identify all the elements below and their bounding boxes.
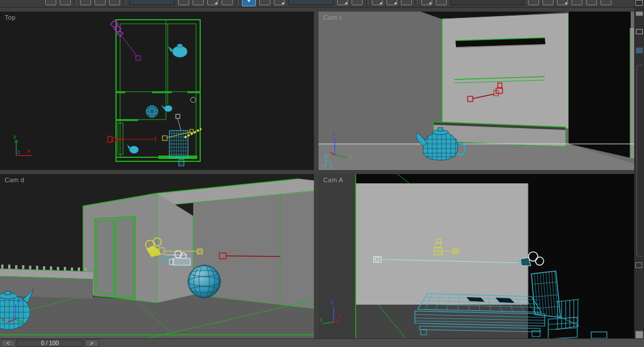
- redo-icon[interactable]: [60, 0, 71, 5]
- application-window: Top: [0, 0, 644, 347]
- time-slider-track[interactable]: < 0 / 100 >: [0, 338, 644, 347]
- reference-coordinate-combo[interactable]: [288, 0, 334, 5]
- angle-snap-icon[interactable]: [386, 0, 397, 5]
- render-setup-icon[interactable]: [571, 0, 583, 5]
- panel-icon-fragment: [636, 29, 643, 34]
- room-plan-walls: [116, 20, 200, 161]
- use-pivot-center-icon[interactable]: [337, 0, 348, 5]
- teapot-lower-left[interactable]: [127, 144, 139, 154]
- main-toolbar: [0, 0, 644, 8]
- viewport-cam-c-label[interactable]: Cam c: [323, 14, 342, 21]
- viewport-top[interactable]: Top: [0, 12, 314, 170]
- select-object-icon[interactable]: [178, 0, 189, 5]
- axis-x-label: x: [338, 314, 341, 320]
- render-production-icon[interactable]: [600, 0, 612, 5]
- rendered-frame-icon[interactable]: [586, 0, 597, 5]
- axis-y-label: y: [13, 133, 17, 139]
- material-editor-icon[interactable]: [557, 0, 568, 5]
- align-icon[interactable]: [436, 0, 447, 5]
- sliding-door[interactable]: [95, 216, 135, 299]
- next-frame-button[interactable]: >: [85, 339, 99, 347]
- axis-z-label: z: [332, 131, 335, 137]
- curve-editor-icon[interactable]: [528, 0, 539, 5]
- axis-z-label: z: [17, 149, 20, 155]
- snap-toggle-icon[interactable]: [372, 0, 383, 5]
- selection-filter-combo[interactable]: [129, 0, 175, 5]
- window-crossing-icon[interactable]: [222, 0, 233, 5]
- selection-region-icon[interactable]: [207, 0, 218, 5]
- toolbar-separator: [366, 0, 368, 5]
- axis-tripod: y x z: [13, 133, 32, 156]
- toolbar-separator: [236, 0, 238, 5]
- axis-x-label: x: [27, 148, 31, 154]
- named-selection-sets-combo[interactable]: [450, 0, 524, 5]
- mirror-icon[interactable]: [421, 0, 432, 5]
- select-and-manipulate-icon[interactable]: [352, 0, 363, 5]
- schematic-view-icon[interactable]: [542, 0, 553, 5]
- sphere-top-view[interactable]: [146, 106, 158, 117]
- select-and-link-icon[interactable]: [80, 0, 91, 5]
- room-structure: [319, 174, 634, 338]
- panel-highlight-fragment: [636, 48, 643, 53]
- rollout-border-fragment: [636, 65, 643, 256]
- teapot-mid[interactable]: [161, 105, 172, 112]
- bind-to-space-warp-icon[interactable]: [109, 0, 120, 5]
- percent-snap-icon[interactable]: [401, 0, 412, 5]
- undo-icon[interactable]: [45, 0, 56, 5]
- light-helper[interactable]: [191, 97, 196, 103]
- sphere[interactable]: [188, 265, 220, 298]
- viewport-top-label[interactable]: Top: [5, 14, 16, 21]
- ladder-top-view[interactable]: [179, 160, 184, 166]
- camera-red-top[interactable]: [108, 136, 155, 142]
- camera-purple-top[interactable]: [111, 20, 140, 60]
- time-slider-handle[interactable]: 0 / 100: [16, 339, 84, 347]
- toolbar-separator: [74, 0, 77, 5]
- panel-fragment: [636, 12, 643, 16]
- command-panel-sliver: [634, 0, 644, 347]
- previous-frame-button[interactable]: <: [1, 339, 15, 347]
- rollout-notch: [635, 262, 642, 268]
- select-by-name-icon[interactable]: [193, 0, 204, 5]
- room-structure: [319, 12, 634, 170]
- axis-z-label: z: [17, 298, 20, 303]
- unlink-selection-icon[interactable]: [95, 0, 106, 5]
- axis-z-label: z: [331, 299, 334, 305]
- teapot-top-right[interactable]: [168, 44, 187, 57]
- axis-y-label: y: [320, 316, 323, 322]
- axis-x-label: x: [2, 317, 5, 323]
- helper-square[interactable]: [176, 114, 181, 131]
- viewport-cam-a-label[interactable]: Cam A: [323, 176, 343, 183]
- axis-y-label: y: [349, 153, 352, 159]
- viewport-cam-d-label[interactable]: Cam d: [5, 176, 24, 183]
- viewport-cam-c[interactable]: Cam c: [319, 12, 634, 170]
- select-and-move-icon[interactable]: [242, 0, 256, 6]
- viewport-cam-a[interactable]: Cam A: [319, 174, 634, 338]
- toolbar-fragment: [635, 0, 643, 6]
- viewport-cam-d[interactable]: Cam d: [0, 174, 314, 338]
- toolbar-separator: [415, 0, 418, 5]
- select-and-scale-icon[interactable]: [274, 0, 285, 5]
- toolbar-separator: [124, 0, 126, 5]
- select-and-rotate-icon[interactable]: [259, 0, 270, 5]
